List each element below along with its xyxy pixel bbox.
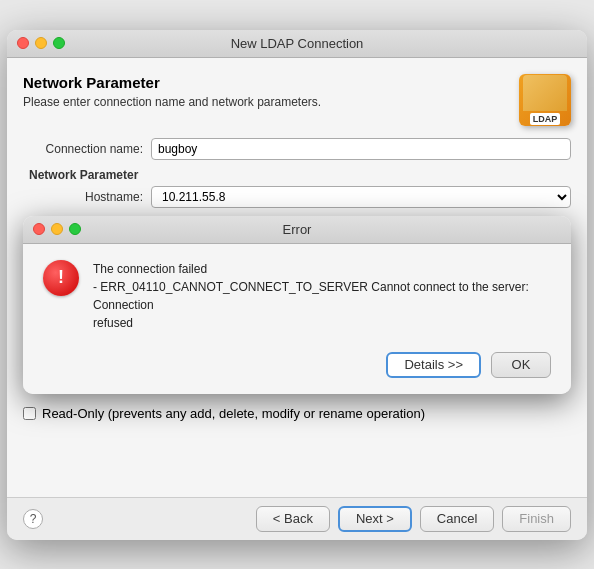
readonly-checkbox-row: Read-Only (prevents any add, delete, mod… <box>23 406 571 421</box>
header-text: Network Parameter Please enter connectio… <box>23 74 321 109</box>
error-message: The connection failed - ERR_04110_CANNOT… <box>93 260 551 332</box>
error-buttons: Details >> OK <box>43 352 551 378</box>
network-parameter-label: Network Parameter <box>29 168 571 182</box>
error-minimize-button[interactable] <box>51 223 63 235</box>
main-window: New LDAP Connection Network Parameter Pl… <box>7 30 587 540</box>
error-title-bar: Error <box>23 216 571 244</box>
maximize-button[interactable] <box>53 37 65 49</box>
error-dialog: Error ! The connection failed - ERR_0411… <box>23 216 571 394</box>
footer-left: ? <box>23 509 43 529</box>
close-button[interactable] <box>17 37 29 49</box>
back-button[interactable]: < Back <box>256 506 330 532</box>
readonly-checkbox[interactable] <box>23 407 36 420</box>
next-button[interactable]: Next > <box>338 506 412 532</box>
minimize-button[interactable] <box>35 37 47 49</box>
window-body: Network Parameter Please enter connectio… <box>7 58 587 497</box>
help-button[interactable]: ? <box>23 509 43 529</box>
error-icon: ! <box>43 260 79 296</box>
error-traffic-lights <box>33 223 81 235</box>
traffic-lights <box>17 37 65 49</box>
ldap-icon: LDAP <box>519 74 571 126</box>
title-bar: New LDAP Connection <box>7 30 587 58</box>
connection-name-row: Connection name: <box>23 138 571 160</box>
hostname-select[interactable]: 10.211.55.8 <box>151 186 571 208</box>
ldap-icon-label: LDAP <box>530 113 561 125</box>
connection-name-input[interactable] <box>151 138 571 160</box>
error-body: ! The connection failed - ERR_04110_CANN… <box>23 244 571 394</box>
error-content: ! The connection failed - ERR_04110_CANN… <box>43 260 551 332</box>
error-title: Error <box>283 222 312 237</box>
error-line3: refused <box>93 316 133 330</box>
window-title: New LDAP Connection <box>231 36 364 51</box>
header-subtitle: Please enter connection name and network… <box>23 95 321 109</box>
readonly-label: Read-Only (prevents any add, delete, mod… <box>42 406 425 421</box>
ok-button[interactable]: OK <box>491 352 551 378</box>
error-close-button[interactable] <box>33 223 45 235</box>
header-title: Network Parameter <box>23 74 321 91</box>
footer-bar: ? < Back Next > Cancel Finish <box>7 497 587 540</box>
error-maximize-button[interactable] <box>69 223 81 235</box>
hostname-row: Hostname: 10.211.55.8 <box>23 186 571 208</box>
connection-name-label: Connection name: <box>23 142 143 156</box>
details-button[interactable]: Details >> <box>386 352 481 378</box>
error-line2: - ERR_04110_CANNOT_CONNECT_TO_SERVER Can… <box>93 280 529 312</box>
footer-buttons: < Back Next > Cancel Finish <box>256 506 571 532</box>
header-section: Network Parameter Please enter connectio… <box>23 74 571 126</box>
error-line1: The connection failed <box>93 262 207 276</box>
finish-button[interactable]: Finish <box>502 506 571 532</box>
hostname-label: Hostname: <box>23 190 143 204</box>
cancel-button[interactable]: Cancel <box>420 506 494 532</box>
ldap-icon-drawer <box>523 75 567 111</box>
